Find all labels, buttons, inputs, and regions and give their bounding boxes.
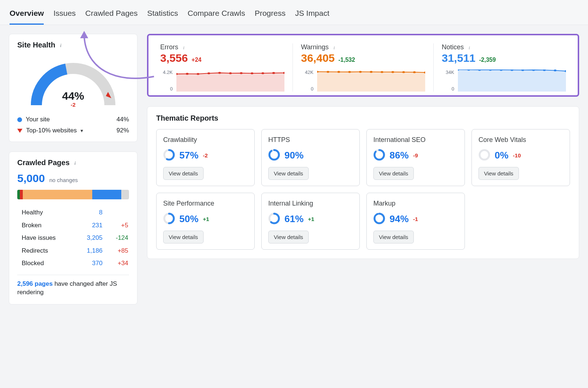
bar-segment xyxy=(17,190,20,199)
view-details-button[interactable]: View details xyxy=(373,167,414,180)
js-rendering-note[interactable]: 2,596 pages have changed after JS render… xyxy=(17,280,129,297)
thematic-delta: -10 xyxy=(513,152,521,159)
thematic-international-seo: International SEO86%-9View details xyxy=(366,129,465,186)
issue-delta: -1,532 xyxy=(338,57,355,63)
thematic-delta: +1 xyxy=(203,216,209,222)
crawled-pages-card: Crawled Pages i 5,000 no changes Healthy… xyxy=(9,152,137,305)
site-health-delta: -2 xyxy=(71,102,75,108)
row-delta: +5 xyxy=(103,220,128,232)
svg-point-41 xyxy=(480,150,489,160)
view-details-button[interactable]: View details xyxy=(163,167,204,180)
issue-notices[interactable]: Noticesi31,511-2,35934K0 xyxy=(433,43,574,92)
table-row[interactable]: Broken231+5 xyxy=(18,220,128,232)
info-icon[interactable]: i xyxy=(467,45,472,50)
bar-segment xyxy=(92,190,121,199)
issue-title: Errors xyxy=(160,43,178,51)
thematic-name: Core Web Vitals xyxy=(478,136,563,144)
legend-top10[interactable]: Top-10% websites ▾ 92% xyxy=(17,127,129,134)
thematic-pct: 94% xyxy=(390,213,409,225)
thematic-markup: Markup94%-1View details xyxy=(366,193,465,250)
crawled-pages-sub: no changes xyxy=(49,177,78,183)
svg-point-14 xyxy=(327,71,329,73)
issue-title: Warnings xyxy=(301,43,329,51)
axis-top: 4.2K xyxy=(160,70,173,75)
table-row[interactable]: Healthy8 xyxy=(18,207,128,219)
axis-top: 42K xyxy=(301,70,313,75)
svg-point-17 xyxy=(359,71,362,73)
thematic-name: HTTPS xyxy=(268,136,353,144)
svg-point-48 xyxy=(374,214,384,223)
tab-progress[interactable]: Progress xyxy=(255,7,286,25)
thematic-site-performance: Site Performance50%+1View details xyxy=(156,193,255,250)
table-row[interactable]: Have issues3,205-124 xyxy=(18,232,128,244)
donut-icon xyxy=(478,149,490,162)
svg-point-22 xyxy=(413,71,416,73)
thematic-name: International SEO xyxy=(373,136,458,144)
issues-summary: Errorsi3,556+244.2K0Warningsi36,405-1,53… xyxy=(147,34,579,97)
row-value: 1,186 xyxy=(79,245,103,257)
site-health-title: Site Health xyxy=(17,41,55,49)
info-icon[interactable]: i xyxy=(181,45,186,50)
thematic-delta: +1 xyxy=(308,216,314,222)
table-row[interactable]: Redirects1,186+85 xyxy=(18,245,128,257)
donut-icon xyxy=(373,213,385,225)
row-value: 231 xyxy=(79,220,103,232)
site-health-card: Site Health i 44% -2 Your site xyxy=(9,34,137,142)
row-value: 3,205 xyxy=(79,232,103,244)
thematic-pct: 86% xyxy=(390,150,409,161)
view-details-button[interactable]: View details xyxy=(268,231,309,243)
svg-point-16 xyxy=(348,71,351,73)
table-row[interactable]: Blocked370+34 xyxy=(18,257,128,270)
svg-point-18 xyxy=(370,71,372,73)
svg-point-7 xyxy=(229,72,232,74)
info-icon[interactable]: i xyxy=(58,43,63,48)
bar-segment xyxy=(23,190,92,199)
svg-point-8 xyxy=(240,72,243,74)
thematic-crawlability: Crawlability57%-2View details xyxy=(156,129,255,186)
crawled-pages-total[interactable]: 5,000 xyxy=(17,172,45,185)
axis-bot: 0 xyxy=(442,86,454,92)
thematic-delta: -1 xyxy=(413,216,418,222)
issue-warnings[interactable]: Warningsi36,405-1,53242K0 xyxy=(293,43,433,92)
info-icon[interactable]: i xyxy=(72,161,78,166)
svg-point-9 xyxy=(251,72,253,74)
svg-point-6 xyxy=(218,72,221,74)
js-note-count: 2,596 pages xyxy=(17,280,53,287)
view-details-button[interactable]: View details xyxy=(478,167,519,180)
issue-value: 36,405 xyxy=(301,52,335,64)
view-details-button[interactable]: View details xyxy=(163,231,204,243)
legend-value: 92% xyxy=(116,127,129,134)
view-details-button[interactable]: View details xyxy=(268,167,309,180)
issue-errors[interactable]: Errorsi3,556+244.2K0 xyxy=(152,43,293,92)
svg-point-10 xyxy=(262,72,264,74)
donut-icon xyxy=(268,149,280,162)
thematic-pct: 90% xyxy=(284,150,304,161)
legend-your-site[interactable]: Your site 44% xyxy=(17,116,129,123)
view-details-button[interactable]: View details xyxy=(373,231,414,243)
dot-icon xyxy=(17,117,22,122)
tab-compare-crawls[interactable]: Compare Crawls xyxy=(188,7,245,25)
row-delta xyxy=(103,207,128,219)
issue-value: 31,511 xyxy=(442,52,476,64)
thematic-pct: 50% xyxy=(179,213,198,225)
chevron-down-icon[interactable]: ▾ xyxy=(80,128,83,134)
row-value: 370 xyxy=(79,257,103,270)
tab-statistics[interactable]: Statistics xyxy=(147,7,178,25)
svg-point-11 xyxy=(272,72,275,74)
tab-issues[interactable]: Issues xyxy=(53,7,76,25)
svg-point-3 xyxy=(186,73,189,75)
bar-segment xyxy=(121,190,129,199)
svg-point-4 xyxy=(197,73,199,75)
thematic-title: Thematic Reports xyxy=(156,114,570,122)
tab-js-impact[interactable]: JS Impact xyxy=(295,7,329,25)
axis-bot: 0 xyxy=(160,86,173,92)
tab-crawled-pages[interactable]: Crawled Pages xyxy=(85,7,137,25)
thematic-delta: -2 xyxy=(203,152,208,159)
row-delta: +85 xyxy=(103,245,128,257)
row-delta: -124 xyxy=(103,232,128,244)
thematic-name: Internal Linking xyxy=(268,200,353,207)
tab-overview[interactable]: Overview xyxy=(10,7,44,25)
info-icon[interactable]: i xyxy=(331,45,337,50)
thematic-delta: -9 xyxy=(413,152,418,159)
issue-title: Notices xyxy=(442,43,464,51)
